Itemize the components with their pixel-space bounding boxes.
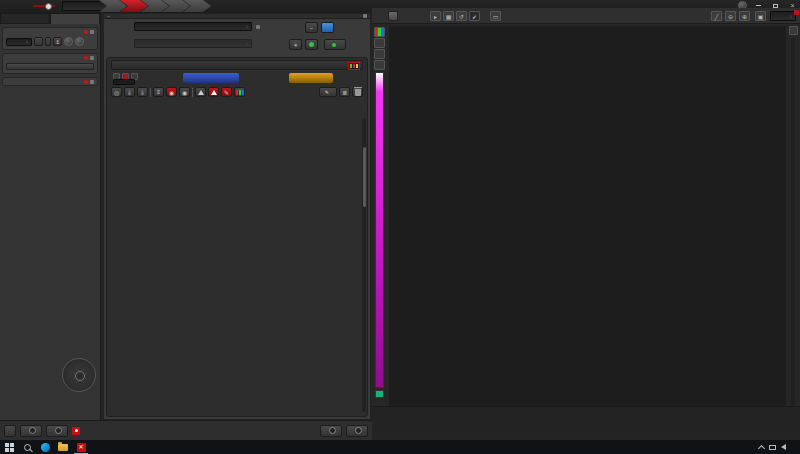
dye-chip-star580[interactable] — [289, 73, 333, 83]
beam-path-settings-panel: – – ✳ ◎ — [103, 13, 371, 420]
marker-pen-icon[interactable]: ✎ — [221, 87, 232, 97]
z-stack-section — [2, 77, 98, 86]
zoom-out-icon[interactable]: ⊖ — [725, 11, 736, 21]
start-button[interactable] — [0, 440, 18, 454]
line-profile-icon[interactable]: ╱ — [711, 11, 722, 21]
stack-scrollbar[interactable] — [362, 118, 366, 412]
histogram-icon[interactable] — [195, 87, 206, 97]
add-laser-button[interactable]: ✎ — [319, 87, 337, 97]
cursor-tool-icon[interactable]: ▸ — [430, 11, 441, 21]
tab-open-projects[interactable] — [0, 13, 50, 24]
status-line-1 — [378, 410, 794, 417]
pin-icon[interactable] — [363, 14, 367, 18]
square-mode-button[interactable] — [34, 37, 43, 46]
layers-icon[interactable]: ≡ — [153, 87, 164, 97]
rotate-icon[interactable]: ↺ — [456, 11, 467, 21]
visibility-on-icon[interactable]: ◉ — [166, 87, 177, 97]
objective-header: – ✳ — [104, 19, 370, 55]
notification-badge[interactable] — [794, 10, 799, 15]
dye-assignment-row — [111, 72, 363, 85]
status-dot — [84, 56, 88, 60]
lut-display-button[interactable] — [321, 22, 334, 33]
confirm-check-icon[interactable]: ✓ — [469, 11, 480, 21]
dye-search-input[interactable] — [113, 79, 135, 85]
laser-line-strip — [111, 60, 363, 70]
snapshot-icon[interactable] — [374, 60, 385, 70]
divider — [192, 88, 193, 97]
live-button[interactable] — [20, 425, 42, 437]
histogram-active-icon[interactable] — [208, 87, 219, 97]
las-x-app-icon[interactable]: ✕ — [72, 440, 90, 454]
afc-button[interactable] — [324, 39, 346, 50]
minus-button[interactable]: – — [305, 22, 318, 33]
scalebar-icon[interactable] — [374, 49, 385, 59]
load-position-button[interactable]: ↥ — [53, 37, 62, 46]
delete-icon[interactable] — [352, 87, 363, 97]
annotation-text-icon[interactable] — [374, 38, 385, 48]
acquisition-sidebar: ↥ — [0, 13, 101, 420]
acquisition-mode-header[interactable] — [3, 28, 97, 35]
flux-norm-dropdown[interactable] — [134, 39, 252, 48]
image-viewer-panel: ▸ ▦ ↺ ✓ ▭ ╱ ⊖ ⊕ ▣ — [372, 8, 800, 432]
panel-expand-button[interactable] — [789, 26, 798, 35]
viewer-toolbar: ▸ ▦ ↺ ✓ ▭ ╱ ⊖ ⊕ ▣ — [372, 8, 800, 24]
select-region-icon[interactable]: ▦ — [443, 11, 454, 21]
annotations-button[interactable] — [388, 11, 398, 21]
capture-image-button[interactable] — [320, 425, 342, 437]
start-button[interactable] — [346, 425, 368, 437]
las-x-application-window: × ↥ — [0, 0, 800, 454]
pin-icon[interactable] — [90, 56, 94, 60]
z-stack-header[interactable] — [3, 78, 97, 85]
list-icon[interactable]: ≣ — [339, 87, 350, 97]
windows-taskbar: ✕ — [0, 440, 800, 454]
viewer-scrollbar[interactable] — [791, 38, 795, 406]
import-settings-icon[interactable]: ⇩ — [124, 87, 135, 97]
message-source-icon — [72, 427, 80, 435]
export-settings-icon[interactable]: ⇩ — [137, 87, 148, 97]
ruler-icon[interactable]: ▭ — [490, 11, 501, 21]
tab-acquisition[interactable] — [50, 13, 100, 24]
xy-section-header[interactable] — [3, 54, 97, 61]
file-explorer-icon[interactable] — [54, 440, 72, 454]
volume-icon[interactable] — [781, 444, 786, 450]
channel-overlay-icon[interactable] — [374, 27, 385, 37]
network-icon[interactable] — [769, 445, 776, 450]
snowflake-button[interactable]: ✳ — [289, 39, 302, 50]
viewer-right-rail — [789, 26, 798, 406]
laser-rgb-button[interactable] — [348, 62, 360, 70]
rgb-channels-icon[interactable] — [234, 87, 245, 97]
objective-dropdown[interactable] — [134, 22, 252, 31]
acquisition-mode-section: ↥ — [2, 27, 98, 50]
water-pump-button[interactable] — [305, 39, 318, 50]
visibility-off-icon[interactable]: ◉ — [179, 87, 190, 97]
flim-button[interactable] — [45, 37, 51, 46]
pinhole-collapsed-bar[interactable] — [6, 63, 94, 70]
lut-gradient-slider[interactable] — [375, 72, 384, 388]
pin-icon[interactable] — [90, 80, 94, 84]
pin-icon[interactable] — [90, 30, 94, 34]
status-dot — [84, 80, 88, 84]
autofocus-button[interactable] — [4, 425, 16, 437]
target-icon[interactable]: ◎ — [111, 87, 122, 97]
collapse-dash-icon[interactable]: – — [107, 14, 110, 18]
lut-mode-button[interactable] — [375, 390, 384, 398]
pin-icon[interactable] — [256, 25, 260, 29]
status-dot — [84, 30, 88, 34]
mode-dropdown[interactable] — [6, 38, 32, 46]
zoom-in-icon[interactable]: ⊕ — [739, 11, 750, 21]
zoom-percent-field[interactable] — [770, 11, 796, 21]
tray-expand-icon[interactable] — [758, 444, 765, 451]
fit-to-screen-icon[interactable]: ▣ — [755, 11, 766, 21]
edge-icon[interactable] — [36, 440, 54, 454]
stage-navigation-wheel[interactable] — [62, 358, 96, 392]
taskbar-search-icon[interactable] — [18, 440, 36, 454]
dye-chip-hoechst[interactable] — [183, 73, 239, 83]
scan-settings-wheel-icon[interactable] — [64, 37, 73, 46]
acquisition-mode-controls: ↥ — [3, 35, 97, 49]
scan-wheel-icon[interactable] — [75, 37, 84, 46]
fast-live-button[interactable] — [46, 425, 68, 437]
divider — [150, 88, 151, 97]
intensity-mini-slider[interactable] — [33, 5, 55, 7]
menu-help[interactable] — [724, 5, 732, 7]
menu-file[interactable] — [710, 5, 718, 7]
